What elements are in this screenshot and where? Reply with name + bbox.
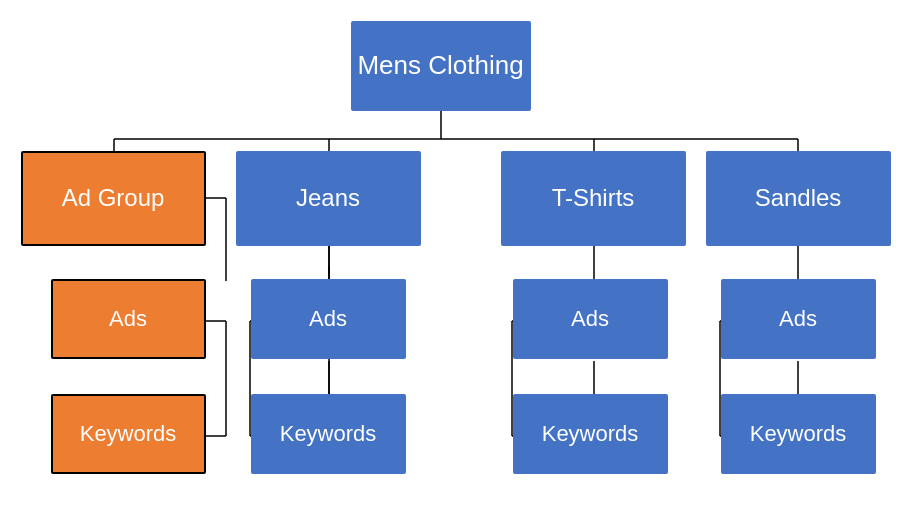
node-keywords-tshirts: Keywords bbox=[513, 394, 668, 474]
node-ads-adgroup: Ads bbox=[51, 279, 206, 359]
node-ad-group: Ad Group bbox=[21, 151, 206, 246]
node-jeans: Jeans bbox=[236, 151, 421, 246]
node-sandles: Sandles bbox=[706, 151, 891, 246]
node-root: Mens Clothing bbox=[351, 21, 531, 111]
node-keywords-sandles: Keywords bbox=[721, 394, 876, 474]
node-keywords-jeans: Keywords bbox=[251, 394, 406, 474]
node-ads-tshirts: Ads bbox=[513, 279, 668, 359]
node-ads-sandles: Ads bbox=[721, 279, 876, 359]
diagram: Mens Clothing Ad Group Jeans T-Shirts Sa… bbox=[11, 11, 911, 501]
node-keywords-adgroup: Keywords bbox=[51, 394, 206, 474]
node-tshirts: T-Shirts bbox=[501, 151, 686, 246]
node-ads-jeans: Ads bbox=[251, 279, 406, 359]
